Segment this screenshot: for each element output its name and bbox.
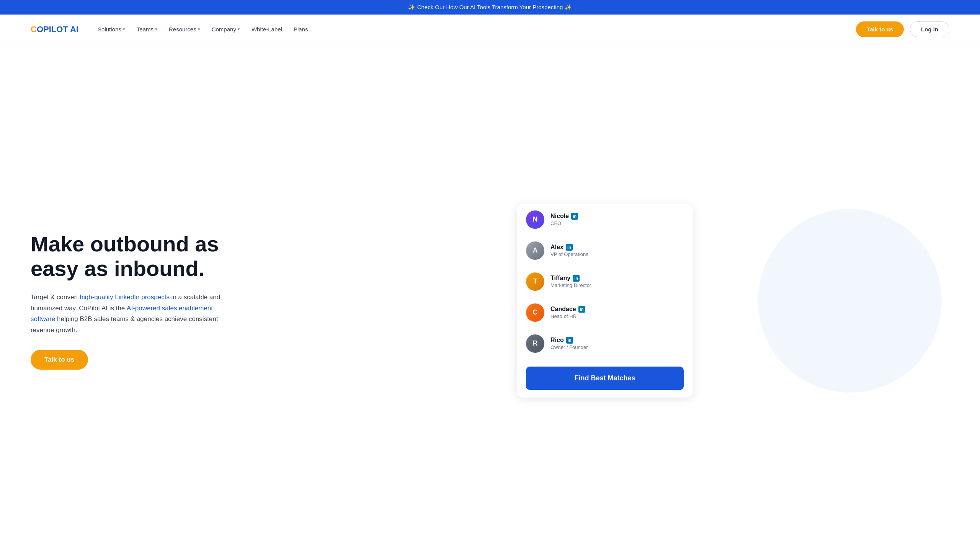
avatar: C [526, 303, 544, 322]
prospect-title: Owner / Founder [550, 344, 684, 350]
talk-to-us-button[interactable]: Talk to us [856, 21, 904, 37]
prospect-info: Tiffany in Marketing Director [550, 275, 684, 288]
avatar: T [526, 272, 544, 291]
chevron-down-icon: ▾ [238, 27, 240, 32]
hero-link-linkedin[interactable]: high-quality LinkedIn prospects [80, 293, 170, 301]
hero-section: Make outbound as easy as inbound. Target… [0, 44, 980, 549]
logo[interactable]: COPILOT AI [31, 24, 78, 34]
prospect-row: C Candace in Head of HR [517, 297, 693, 328]
chevron-down-icon: ▾ [155, 27, 157, 32]
avatar: R [526, 334, 544, 353]
prospect-info: Rico in Owner / Founder [550, 337, 684, 350]
prospect-title: VP of Operations [550, 251, 684, 257]
linkedin-icon: in [571, 213, 578, 220]
hero-right: N Nicole in CEO A Alex in VP of Operat [260, 204, 949, 398]
nav-item-resources[interactable]: Resources ▾ [169, 26, 200, 33]
logo-text: OPILOT AI [37, 24, 78, 34]
background-circle [758, 209, 942, 393]
hero-desc-end: helping B2B sales teams & agencies achie… [31, 315, 218, 334]
prospect-info: Candace in Head of HR [550, 306, 684, 319]
prospect-name: Candace in [550, 306, 684, 313]
linkedin-icon: in [566, 244, 573, 251]
prospect-row: A Alex in VP of Operations [517, 235, 693, 266]
avatar: N [526, 210, 544, 229]
chevron-down-icon: ▾ [123, 27, 125, 32]
prospect-row: N Nicole in CEO [517, 204, 693, 235]
linkedin-icon: in [578, 306, 585, 313]
prospect-name: Rico in [550, 337, 684, 344]
prospect-panel: N Nicole in CEO A Alex in VP of Operat [517, 204, 693, 398]
prospect-name: Alex in [550, 244, 684, 251]
navbar: COPILOT AI Solutions ▾ Teams ▾ Resources… [0, 15, 980, 44]
nav-item-plans[interactable]: Plans [294, 26, 308, 33]
nav-item-solutions[interactable]: Solutions ▾ [98, 26, 125, 33]
avatar: A [526, 241, 544, 260]
hero-title: Make outbound as easy as inbound. [31, 232, 260, 281]
hero-left: Make outbound as easy as inbound. Target… [31, 232, 260, 370]
nav-item-white-label[interactable]: White-Label [252, 26, 282, 33]
prospect-title: Marketing Director [550, 282, 684, 288]
nav-item-teams[interactable]: Teams ▾ [137, 26, 157, 33]
prospect-title: Head of HR [550, 313, 684, 319]
hero-talk-button[interactable]: Talk to us [31, 350, 88, 370]
linkedin-icon: in [573, 275, 580, 282]
prospect-info: Nicole in CEO [550, 213, 684, 226]
banner-text: ✨ Check Our How Our AI Tools Transform Y… [408, 4, 572, 10]
linkedin-icon: in [566, 337, 573, 344]
nav-actions: Talk to us Log in [856, 21, 949, 37]
prospect-info: Alex in VP of Operations [550, 244, 684, 257]
nav-links: Solutions ▾ Teams ▾ Resources ▾ Company … [98, 26, 856, 33]
login-button[interactable]: Log in [910, 21, 949, 37]
prospect-name: Tiffany in [550, 275, 684, 282]
hero-desc-plain: Target & convert [31, 293, 80, 301]
top-banner: ✨ Check Our How Our AI Tools Transform Y… [0, 0, 980, 15]
chevron-down-icon: ▾ [198, 27, 200, 32]
prospect-name: Nicole in [550, 213, 684, 220]
prospect-title: CEO [550, 220, 684, 226]
find-best-matches-button[interactable]: Find Best Matches [526, 367, 684, 390]
hero-description: Target & convert high-quality LinkedIn p… [31, 292, 237, 336]
prospect-row: R Rico in Owner / Founder [517, 328, 693, 359]
nav-item-company[interactable]: Company ▾ [212, 26, 240, 33]
prospect-row: T Tiffany in Marketing Director [517, 266, 693, 297]
